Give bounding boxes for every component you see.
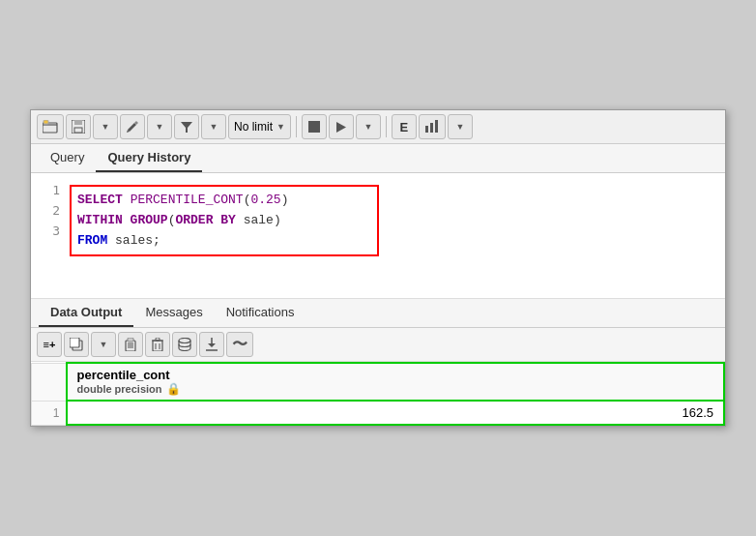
graph-button[interactable]: 〜 [226, 332, 253, 357]
svg-rect-14 [128, 338, 133, 342]
editor-area[interactable]: 1 2 3 SELECT PERCENTILE_CONT(0.25) WITHI… [31, 173, 725, 299]
main-toolbar: ▼ ▼ ▼ No limit ▼ ▼ E ▼ [31, 110, 725, 144]
paste-button[interactable] [118, 332, 143, 357]
download-button[interactable] [199, 332, 224, 357]
filter-button[interactable] [174, 114, 199, 139]
dropdown-filter-button[interactable]: ▼ [201, 114, 226, 139]
svg-rect-1 [44, 120, 48, 124]
data-cell-value: 162.5 [67, 401, 725, 425]
code-line-1: SELECT PERCENTILE_CONT(0.25) [77, 191, 371, 211]
tab-messages[interactable]: Messages [133, 299, 214, 327]
add-row-button[interactable]: ≡+ [37, 332, 62, 357]
save-db-button[interactable] [172, 332, 197, 357]
dropdown-copy-button[interactable]: ▼ [91, 332, 116, 357]
svg-rect-3 [74, 120, 82, 125]
tab-data-output[interactable]: Data Output [39, 299, 133, 327]
row-number: 1 [32, 401, 67, 425]
dropdown-save-button[interactable]: ▼ [93, 114, 118, 139]
limit-caret: ▼ [276, 122, 285, 132]
svg-rect-9 [430, 123, 433, 133]
bottom-tabs: Data Output Messages Notifications [31, 299, 725, 328]
column-name: percentile_cont [77, 368, 714, 382]
svg-marker-25 [208, 343, 216, 347]
line-numbers: 1 2 3 [31, 181, 68, 241]
tab-query[interactable]: Query [39, 144, 96, 172]
run-button[interactable] [329, 114, 354, 139]
code-line-3: FROM sales; [77, 231, 371, 252]
tab-query-history[interactable]: Query History [96, 144, 202, 172]
svg-point-23 [179, 339, 190, 343]
svg-rect-8 [425, 126, 428, 133]
svg-marker-5 [181, 122, 192, 133]
main-window: ▼ ▼ ▼ No limit ▼ ▼ E ▼ Query Query Histo… [30, 109, 726, 427]
data-output-table: percentile_cont double precision 🔒 1 162… [31, 362, 725, 426]
dropdown-chart-button[interactable]: ▼ [448, 114, 473, 139]
explain-button[interactable]: E [392, 114, 417, 139]
svg-rect-4 [74, 128, 82, 133]
column-type: double precision 🔒 [77, 382, 714, 396]
open-folder-button[interactable] [37, 114, 64, 139]
output-toolbar: ≡+ ▼ 〜 [31, 328, 725, 362]
table-row: 1 162.5 [32, 401, 725, 425]
svg-rect-18 [153, 341, 162, 351]
svg-rect-6 [308, 121, 320, 133]
copy-rows-button[interactable] [64, 332, 89, 357]
column-header-percentile-cont: percentile_cont double precision 🔒 [67, 363, 725, 401]
sql-editor[interactable]: SELECT PERCENTILE_CONT(0.25) WITHIN GROU… [70, 185, 379, 256]
stop-button[interactable] [302, 114, 327, 139]
dropdown-edit-button[interactable]: ▼ [147, 114, 172, 139]
svg-rect-20 [156, 338, 160, 341]
limit-label: No limit [234, 120, 273, 134]
save-button[interactable] [66, 114, 91, 139]
limit-dropdown[interactable]: No limit ▼ [228, 114, 291, 139]
query-tabs: Query Query History [31, 144, 725, 173]
code-line-2: WITHIN GROUP(ORDER BY sale) [77, 211, 371, 231]
dropdown-run-button[interactable]: ▼ [356, 114, 381, 139]
svg-rect-10 [435, 120, 438, 133]
delete-button[interactable] [145, 332, 170, 357]
separator-2 [386, 116, 387, 137]
row-num-header [32, 363, 67, 401]
separator-1 [296, 116, 297, 137]
tab-notifications[interactable]: Notifications [215, 299, 306, 327]
svg-marker-7 [336, 122, 346, 133]
svg-rect-12 [70, 338, 79, 347]
chart-button[interactable] [419, 114, 446, 139]
edit-button[interactable] [120, 114, 145, 139]
lock-icon: 🔒 [166, 382, 181, 396]
